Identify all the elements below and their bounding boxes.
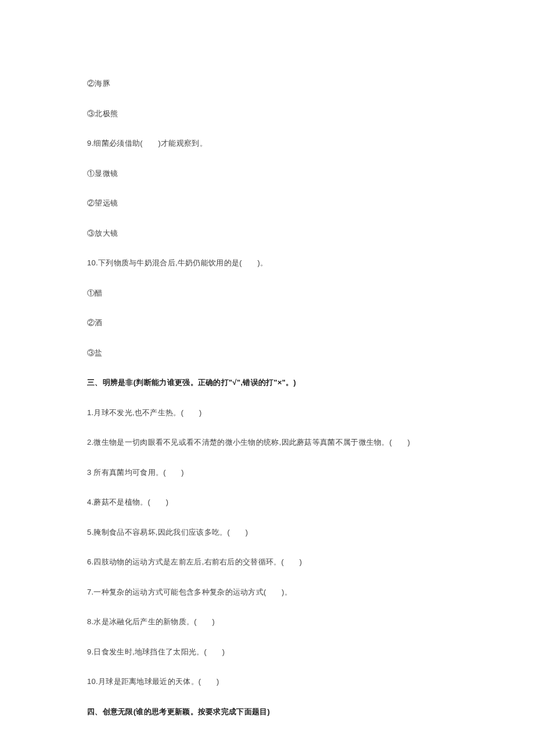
s3-item-2: 2.微生物是一切肉眼看不见或看不清楚的微小生物的统称,因此蘑菇等真菌不属于微生物… [87, 437, 447, 448]
s3-item-4: 4.蘑菇不是植物。( ) [87, 496, 447, 508]
q9-option-3: ③放大镜 [87, 228, 447, 239]
q10-option-3: ③盐 [87, 347, 447, 359]
s3-item-6: 6.四肢动物的运动方式是左前左后,右前右后的交替循环。( ) [87, 556, 447, 568]
s3-item-5: 5.腌制食品不容易坏,因此我们应该多吃。( ) [87, 527, 447, 538]
q9-option-2: ②望远镜 [87, 197, 447, 209]
q9-stem: 9.细菌必须借助( )才能观察到。 [87, 138, 447, 149]
q9-option-1: ①显微镜 [87, 168, 447, 179]
section-3-title: 三、明辨是非(判断能力谁更强。正确的打"√",错误的打"×"。) [87, 377, 447, 388]
q8-option-2: ②海豚 [87, 78, 447, 89]
s3-item-1: 1.月球不发光,也不产生热。( ) [87, 407, 447, 419]
section-4-title: 四、创意无限(谁的思考更新颖。按要求完成下面题目) [87, 706, 447, 718]
s3-item-10: 10.月球是距离地球最近的天体。( ) [87, 676, 447, 687]
s3-item-3: 3 所有真菌均可食用。( ) [87, 467, 447, 478]
q10-option-2: ②酒 [87, 317, 447, 329]
q10-stem: 10.下列物质与牛奶混合后,牛奶仍能饮用的是( )。 [87, 257, 447, 269]
s3-item-9: 9.日食发生时,地球挡住了太阳光。( ) [87, 646, 447, 658]
s3-item-8: 8.水是冰融化后产生的新物质。( ) [87, 616, 447, 628]
q10-option-1: ①醋 [87, 287, 447, 299]
q8-option-3: ③北极熊 [87, 108, 447, 120]
s3-item-7: 7.一种复杂的运动方式可能包含多种复杂的运动方式( )。 [87, 586, 447, 598]
